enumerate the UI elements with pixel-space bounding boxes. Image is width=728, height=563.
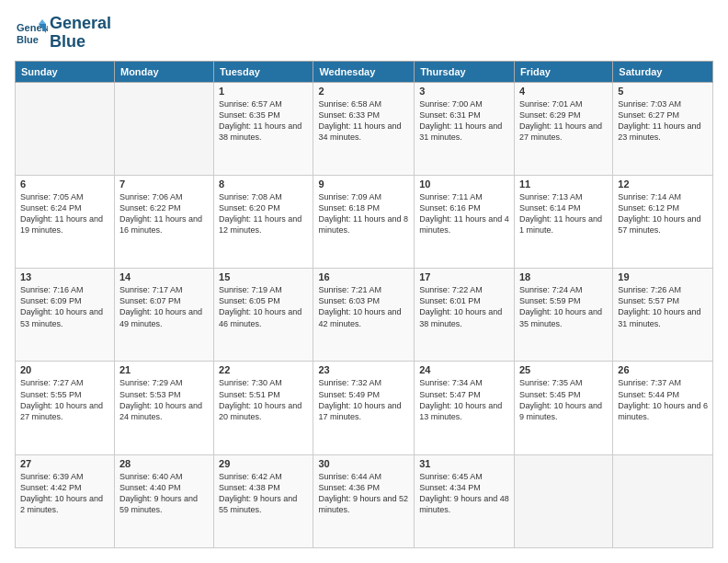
week-row-2: 6Sunrise: 7:05 AM Sunset: 6:24 PM Daylig… (16, 175, 713, 268)
day-cell: 7Sunrise: 7:06 AM Sunset: 6:22 PM Daylig… (114, 175, 213, 268)
day-number: 14 (119, 271, 209, 282)
day-cell: 2Sunrise: 6:58 AM Sunset: 6:33 PM Daylig… (313, 82, 415, 175)
day-number: 23 (318, 364, 409, 375)
day-cell: 6Sunrise: 7:05 AM Sunset: 6:24 PM Daylig… (16, 175, 115, 268)
day-cell: 16Sunrise: 7:21 AM Sunset: 6:03 PM Dayli… (313, 269, 415, 362)
day-info: Sunrise: 7:06 AM Sunset: 6:22 PM Dayligh… (119, 191, 209, 236)
day-number: 27 (20, 458, 109, 469)
day-cell: 19Sunrise: 7:26 AM Sunset: 5:57 PM Dayli… (613, 269, 713, 362)
day-info: Sunrise: 7:17 AM Sunset: 6:07 PM Dayligh… (119, 284, 209, 329)
day-number: 12 (618, 178, 708, 190)
day-info: Sunrise: 7:22 AM Sunset: 6:01 PM Dayligh… (419, 284, 509, 329)
day-cell: 29Sunrise: 6:42 AM Sunset: 4:38 PM Dayli… (214, 454, 313, 547)
day-cell: 20Sunrise: 7:27 AM Sunset: 5:55 PM Dayli… (16, 362, 115, 454)
week-row-4: 20Sunrise: 7:27 AM Sunset: 5:55 PM Dayli… (16, 362, 713, 454)
logo-icon: General Blue (15, 17, 48, 50)
day-info: Sunrise: 7:03 AM Sunset: 6:27 PM Dayligh… (618, 98, 708, 144)
calendar-body: 1Sunrise: 6:57 AM Sunset: 6:35 PM Daylig… (16, 82, 713, 547)
day-cell: 17Sunrise: 7:22 AM Sunset: 6:01 PM Dayli… (415, 269, 515, 362)
day-number: 9 (318, 178, 409, 190)
logo-text: General Blue (50, 15, 111, 52)
day-info: Sunrise: 7:30 AM Sunset: 5:51 PM Dayligh… (219, 377, 308, 422)
day-info: Sunrise: 7:32 AM Sunset: 5:49 PM Dayligh… (318, 377, 409, 422)
header-row: SundayMondayTuesdayWednesdayThursdayFrid… (16, 61, 713, 82)
day-info: Sunrise: 7:16 AM Sunset: 6:09 PM Dayligh… (20, 284, 109, 329)
day-info: Sunrise: 7:00 AM Sunset: 6:31 PM Dayligh… (419, 98, 509, 144)
day-info: Sunrise: 7:34 AM Sunset: 5:47 PM Dayligh… (419, 377, 509, 422)
day-number: 22 (219, 364, 308, 375)
day-info: Sunrise: 6:44 AM Sunset: 4:36 PM Dayligh… (318, 471, 409, 516)
day-number: 2 (318, 86, 409, 97)
header: General Blue General Blue (15, 15, 713, 52)
day-cell (514, 454, 612, 547)
day-cell: 25Sunrise: 7:35 AM Sunset: 5:45 PM Dayli… (514, 362, 612, 454)
day-info: Sunrise: 7:13 AM Sunset: 6:14 PM Dayligh… (519, 191, 608, 236)
column-header-tuesday: Tuesday (214, 61, 313, 82)
day-number: 15 (219, 271, 308, 282)
day-number: 24 (419, 364, 509, 375)
day-number: 30 (318, 458, 409, 469)
day-info: Sunrise: 6:40 AM Sunset: 4:40 PM Dayligh… (119, 471, 209, 516)
day-number: 6 (20, 178, 109, 190)
day-number: 20 (20, 364, 109, 375)
day-cell: 3Sunrise: 7:00 AM Sunset: 6:31 PM Daylig… (415, 82, 515, 175)
day-info: Sunrise: 7:08 AM Sunset: 6:20 PM Dayligh… (219, 191, 308, 236)
day-info: Sunrise: 7:19 AM Sunset: 6:05 PM Dayligh… (219, 284, 308, 329)
day-number: 28 (119, 458, 209, 469)
day-number: 19 (618, 271, 708, 282)
day-cell: 30Sunrise: 6:44 AM Sunset: 4:36 PM Dayli… (313, 454, 415, 547)
day-cell: 26Sunrise: 7:37 AM Sunset: 5:44 PM Dayli… (613, 362, 713, 454)
day-number: 31 (419, 458, 509, 469)
day-cell: 23Sunrise: 7:32 AM Sunset: 5:49 PM Dayli… (313, 362, 415, 454)
day-number: 11 (519, 178, 608, 190)
day-cell (16, 82, 115, 175)
day-number: 1 (219, 86, 308, 97)
day-number: 25 (519, 364, 608, 375)
day-cell: 24Sunrise: 7:34 AM Sunset: 5:47 PM Dayli… (415, 362, 515, 454)
day-cell: 8Sunrise: 7:08 AM Sunset: 6:20 PM Daylig… (214, 175, 313, 268)
day-number: 3 (419, 86, 509, 97)
day-info: Sunrise: 6:39 AM Sunset: 4:42 PM Dayligh… (20, 471, 109, 516)
day-info: Sunrise: 7:29 AM Sunset: 5:53 PM Dayligh… (119, 377, 209, 422)
column-header-thursday: Thursday (415, 61, 515, 82)
day-cell: 22Sunrise: 7:30 AM Sunset: 5:51 PM Dayli… (214, 362, 313, 454)
day-number: 4 (519, 86, 608, 97)
day-info: Sunrise: 6:58 AM Sunset: 6:33 PM Dayligh… (318, 98, 409, 144)
day-cell: 18Sunrise: 7:24 AM Sunset: 5:59 PM Dayli… (514, 269, 612, 362)
calendar-table: SundayMondayTuesdayWednesdayThursdayFrid… (15, 61, 713, 548)
day-cell: 12Sunrise: 7:14 AM Sunset: 6:12 PM Dayli… (613, 175, 713, 268)
day-cell: 1Sunrise: 6:57 AM Sunset: 6:35 PM Daylig… (214, 82, 313, 175)
day-cell (613, 454, 713, 547)
day-info: Sunrise: 7:09 AM Sunset: 6:18 PM Dayligh… (318, 191, 409, 236)
day-number: 7 (119, 178, 209, 190)
column-header-monday: Monday (114, 61, 213, 82)
column-header-sunday: Sunday (16, 61, 115, 82)
day-cell: 13Sunrise: 7:16 AM Sunset: 6:09 PM Dayli… (16, 269, 115, 362)
day-cell: 21Sunrise: 7:29 AM Sunset: 5:53 PM Dayli… (114, 362, 213, 454)
column-header-wednesday: Wednesday (313, 61, 415, 82)
day-info: Sunrise: 6:45 AM Sunset: 4:34 PM Dayligh… (419, 471, 509, 516)
page: General Blue General Blue SundayMondayTu… (0, 0, 728, 563)
day-number: 29 (219, 458, 308, 469)
calendar-header: SundayMondayTuesdayWednesdayThursdayFrid… (16, 61, 713, 82)
day-cell (114, 82, 213, 175)
day-cell: 9Sunrise: 7:09 AM Sunset: 6:18 PM Daylig… (313, 175, 415, 268)
day-number: 21 (119, 364, 209, 375)
week-row-1: 1Sunrise: 6:57 AM Sunset: 6:35 PM Daylig… (16, 82, 713, 175)
day-cell: 31Sunrise: 6:45 AM Sunset: 4:34 PM Dayli… (415, 454, 515, 547)
day-number: 5 (618, 86, 708, 97)
week-row-5: 27Sunrise: 6:39 AM Sunset: 4:42 PM Dayli… (16, 454, 713, 547)
day-info: Sunrise: 7:05 AM Sunset: 6:24 PM Dayligh… (20, 191, 109, 236)
day-number: 13 (20, 271, 109, 282)
day-info: Sunrise: 6:57 AM Sunset: 6:35 PM Dayligh… (219, 98, 308, 144)
day-info: Sunrise: 7:26 AM Sunset: 5:57 PM Dayligh… (618, 284, 708, 329)
column-header-saturday: Saturday (613, 61, 713, 82)
day-info: Sunrise: 7:37 AM Sunset: 5:44 PM Dayligh… (618, 377, 708, 422)
day-cell: 14Sunrise: 7:17 AM Sunset: 6:07 PM Dayli… (114, 269, 213, 362)
day-number: 26 (618, 364, 708, 375)
day-info: Sunrise: 6:42 AM Sunset: 4:38 PM Dayligh… (219, 471, 308, 516)
day-info: Sunrise: 7:14 AM Sunset: 6:12 PM Dayligh… (618, 191, 708, 236)
day-cell: 15Sunrise: 7:19 AM Sunset: 6:05 PM Dayli… (214, 269, 313, 362)
day-cell: 5Sunrise: 7:03 AM Sunset: 6:27 PM Daylig… (613, 82, 713, 175)
day-number: 8 (219, 178, 308, 190)
